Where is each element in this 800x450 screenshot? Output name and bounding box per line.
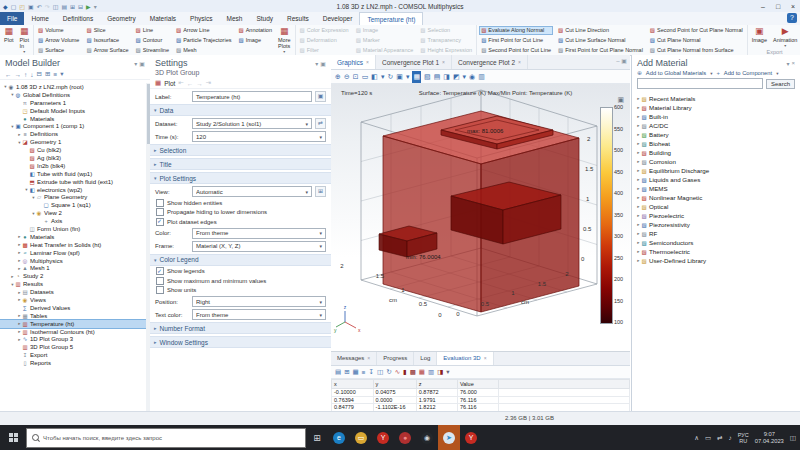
taskbar-app-task-view[interactable]: ⊞ (306, 425, 328, 450)
close-tab-icon[interactable]: × (366, 56, 369, 69)
go-to-default-view-icon[interactable]: ◧ (371, 71, 378, 83)
auto-fit-icon[interactable]: ≡ (362, 369, 366, 376)
ribbon-item-second-point-for-cut-plane-normal[interactable]: ▧Second Point for Cut Plane Normal (648, 26, 745, 35)
maximize-button[interactable]: □ (771, 1, 785, 12)
tree-node-geometry-1[interactable]: ▾ ◪ Geometry 1 (0, 138, 146, 146)
environment-icon[interactable]: ◨ (443, 71, 450, 83)
open-file-icon[interactable]: ◰ (19, 3, 25, 10)
3d-scene[interactable]: max: 81.0006 min: 76.0004 2 1.5 1 0.5 0 … (331, 84, 630, 351)
material-category-equilibrium-discharge[interactable]: ▸ ▧ Equilibrium Discharge (632, 166, 800, 175)
material-category-user-defined-library[interactable]: ▸ ▧ User-Defined Library (632, 256, 800, 265)
bar-plot-icon[interactable]: ▮ (403, 368, 407, 376)
copy-icon[interactable]: ◫ (53, 3, 59, 10)
panel-float-icon[interactable]: ▣ (621, 58, 627, 64)
material-category-material-library[interactable]: ▸ ▧ Material Library (632, 103, 800, 112)
tree-node-1d-plot-group-3[interactable]: ▸ ∿ 1D Plot Group 3 (0, 336, 146, 344)
material-search-button[interactable]: Search (766, 79, 795, 89)
expand-all-icon[interactable]: ⊞ (45, 70, 50, 78)
graphics-tab-graphics[interactable]: Graphics× (331, 55, 376, 69)
tree-node-component-1-comp-1[interactable]: ▾ ▣ Component 1 (comp 1) (0, 122, 146, 130)
tree-node-mesh-1[interactable]: ▸ ▲ Mesh 1 (0, 264, 146, 272)
ribbon-button-image[interactable]: ▣ Image (750, 26, 769, 43)
ribbon-item-cut-plane-normal-from-surface[interactable]: ▧Cut Plane Normal from Surface (648, 46, 745, 55)
rename-icon[interactable]: ▣ (315, 91, 326, 102)
ribbon-item-first-point-for-cut-plane-normal[interactable]: ▧First Point for Cut Plane Normal (556, 46, 645, 55)
panel-menu-icon[interactable]: ▾ (786, 60, 789, 67)
projection-icon[interactable]: ◩ (453, 71, 460, 83)
tree-node-in2b-blk4[interactable]: ▧ In2b (blk4) (0, 162, 146, 170)
panel-minimize-icon[interactable]: – (616, 58, 619, 64)
material-category-built-in[interactable]: ▸ ▧ Built-in (632, 112, 800, 121)
close-tab-icon[interactable]: × (518, 56, 521, 69)
ribbon-item-first-point-for-cut-line[interactable]: ▧First Point for Cut Line (479, 36, 553, 45)
table-settings-icon[interactable]: ▤ (335, 368, 341, 376)
save-icon[interactable]: ▣ (28, 3, 34, 10)
material-category-piezoelectric[interactable]: ▸ ▧ Piezoelectric (632, 211, 800, 220)
ribbon-item-surface[interactable]: ▧Surface (36, 46, 81, 55)
ribbon-item-particle-trajectories[interactable]: ▧Particle Trajectories (174, 36, 234, 45)
checkbox-box[interactable] (156, 199, 164, 207)
refresh-table-icon[interactable]: ↻ (386, 368, 391, 376)
ribbon-item-filter[interactable]: ▧Filter (298, 46, 351, 55)
zoom-extents-icon[interactable]: ⊡ (353, 71, 359, 83)
checkbox-show-hidden-entities[interactable]: Show hidden entities (150, 197, 331, 207)
close-tab-icon[interactable]: × (442, 56, 445, 69)
ribbon-tab-results[interactable]: Results (280, 12, 316, 25)
ribbon-item-image[interactable]: ▧Image (354, 26, 416, 35)
table-row[interactable]: 0.763940.00001.979176.116 (332, 396, 630, 404)
text-color-select[interactable]: From theme▾ (192, 309, 326, 320)
ribbon-tab-materials[interactable]: Materials (143, 12, 183, 25)
camera-icon[interactable]: ◉ (469, 71, 475, 83)
ribbon-item-isosurface[interactable]: ▧Isosurface (84, 36, 130, 45)
ribbon-item-color-expression[interactable]: ▧Color Expression (298, 26, 351, 35)
plot-last-icon[interactable]: ⇥ (206, 79, 211, 87)
ribbon-item-second-point-for-cut-line[interactable]: ▧Second Point for Cut Line (479, 46, 553, 55)
material-category-optical[interactable]: ▸ ▧ Optical (632, 202, 800, 211)
ribbon-tab-file[interactable]: File (0, 12, 24, 25)
table-graph-icon[interactable]: ▦ (419, 368, 425, 376)
add-table-icon[interactable]: ⊞ (344, 368, 349, 376)
checkbox-propagate-hiding-to-lower-dimensions[interactable]: Propagate hiding to lower dimensions (150, 207, 331, 217)
start-button[interactable] (0, 425, 26, 450)
ribbon-button-animation[interactable]: ▶ Animation▾ (771, 26, 799, 49)
tree-node-laminar-flow-spf[interactable]: ▸ ≈ Laminar Flow (spf) (0, 249, 146, 257)
plot-button[interactable]: Plot (164, 80, 175, 87)
language-indicator[interactable]: РУСRU (738, 432, 749, 444)
material-category-corrosion[interactable]: ▸ ▧ Corrosion (632, 157, 800, 166)
taskbar-search-input[interactable]: Чтобы начать поиск, введите здесь запрос (26, 428, 306, 448)
panel-close-icon[interactable]: × (791, 60, 795, 67)
rotate-icon[interactable]: ↻ (387, 71, 393, 83)
ribbon-item-arrow-surface[interactable]: ▧Arrow Surface (84, 46, 130, 55)
ribbon-item-deformation[interactable]: ▧Deformation (298, 36, 351, 45)
collapse-all-icon[interactable]: ⊟ (78, 3, 83, 10)
ribbon-button-plot[interactable]: ▦ Plot (2, 26, 15, 43)
taskbar-app-app-red[interactable]: ● (394, 425, 416, 450)
ribbon-item-evaluate-along-normal[interactable]: ▧Evaluate Along Normal (479, 26, 553, 35)
position-select[interactable]: Right▾ (192, 296, 326, 307)
checkbox-box[interactable] (156, 286, 164, 294)
ribbon-item-volume[interactable]: ▧Volume (36, 26, 81, 35)
up-icon[interactable]: ↑ (24, 71, 27, 78)
tree-node-materials[interactable]: ● Materials (0, 115, 146, 123)
dataset-select[interactable]: Study 2/Solution 1 (sol1)▾ (192, 118, 312, 129)
checkbox-box[interactable] (156, 208, 164, 216)
snapshot-menu-icon[interactable]: ▾ (406, 71, 410, 83)
tree-node-datasets[interactable]: ▸ ▤ Datasets (0, 288, 146, 296)
tree-node-extrude-tube-with-fluid-ext1[interactable]: ⬒ Extrude tube with fluid (ext1) (0, 178, 146, 186)
tree-node-tube-with-fluid-wp1[interactable]: ◧ Tube with fluid (wp1) (0, 170, 146, 178)
model-options-icon[interactable]: ≡ (53, 71, 57, 78)
tree-node-global-definitions[interactable]: ▾ ◍ Global Definitions (0, 91, 146, 99)
tree-node-parameters-1[interactable]: π Parameters 1 (0, 99, 146, 107)
ribbon-item-cut-line-direction[interactable]: ▧Cut Line Direction (556, 26, 645, 35)
close-tab-icon[interactable]: × (484, 352, 487, 365)
zoom-out-icon[interactable]: ⊖ (344, 71, 350, 83)
tree-node-temperature-ht[interactable]: ▸ ▥ Temperature (ht) (0, 320, 146, 328)
panel-detach-icon[interactable]: ▣ (139, 60, 145, 67)
tree-node-heat-transfer-in-solids-ht[interactable]: ▸ ▩ Heat Transfer in Solids (ht) (0, 241, 146, 249)
checkbox-box[interactable] (156, 277, 164, 285)
tree-node-tables[interactable]: ▸ ▦ Tables (0, 312, 146, 320)
material-category-bioheat[interactable]: ▸ ▧ Bioheat (632, 139, 800, 148)
ribbon-item-material-appearance[interactable]: ▧Material Appearance (354, 46, 416, 55)
taskbar-app-file-explorer[interactable]: ▭ (350, 425, 372, 450)
surface-plot-icon[interactable]: ▩ (410, 368, 416, 376)
